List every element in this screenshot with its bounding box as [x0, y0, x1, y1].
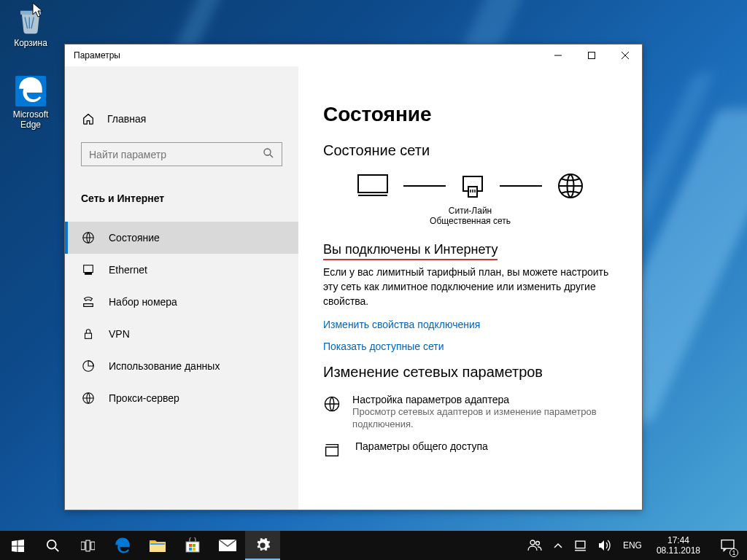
sidebar-item-label: Прокси-сервер	[109, 392, 179, 404]
network-diagram	[323, 172, 617, 200]
taskbar-app-settings[interactable]	[245, 531, 280, 560]
link-change-connection-properties[interactable]: Изменить свойства подключения	[323, 319, 617, 330]
notification-badge: 1	[729, 548, 738, 557]
link-show-available-networks[interactable]: Показать доступные сети	[323, 341, 617, 352]
task-view-button[interactable]	[70, 531, 105, 560]
tray-people[interactable]	[525, 531, 545, 560]
sidebar-item-label: Использование данных	[109, 360, 220, 372]
language-label: ENG	[623, 540, 642, 551]
svg-rect-27	[721, 540, 734, 549]
tray-volume[interactable]	[595, 531, 614, 560]
system-tray: ENG 17:44 08.11.2018 1	[525, 531, 747, 560]
close-button[interactable]	[608, 44, 642, 66]
sidebar-item-proxy[interactable]: Прокси-сервер	[65, 382, 298, 414]
taskbar: ENG 17:44 08.11.2018 1	[0, 531, 747, 560]
network-icon	[574, 540, 587, 552]
search-button[interactable]	[35, 531, 70, 560]
connected-heading: Вы подключены к Интернету	[323, 242, 498, 260]
taskbar-app-explorer[interactable]	[140, 531, 175, 560]
minimize-button[interactable]	[541, 44, 575, 66]
home-nav[interactable]: Главная	[65, 103, 298, 135]
desktop-icon-label: Корзина	[3, 38, 58, 48]
windows-icon	[12, 540, 24, 552]
search-icon	[263, 147, 274, 161]
ethernet-icon	[81, 262, 96, 277]
desktop-icon-label: Microsoft Edge	[3, 109, 58, 130]
window-titlebar[interactable]: Параметры	[65, 44, 642, 66]
sidebar-item-label: Ethernet	[109, 264, 147, 276]
svg-rect-4	[85, 333, 92, 338]
main-content: Состояние Состояние сети Сити-Лайн Общес…	[298, 66, 642, 510]
home-label: Главная	[107, 113, 146, 125]
edge-icon	[114, 537, 131, 554]
search-icon	[46, 539, 60, 553]
mail-icon	[219, 539, 236, 552]
network-name: Сити-Лайн	[323, 206, 617, 216]
network-label: Сити-Лайн Общественная сеть	[323, 206, 617, 226]
svg-rect-7	[358, 175, 387, 192]
svg-point-24	[530, 540, 535, 545]
svg-rect-19	[189, 544, 192, 547]
tray-notifications[interactable]: 1	[712, 531, 743, 560]
svg-rect-12	[326, 447, 338, 456]
sidebar-item-ethernet[interactable]: Ethernet	[65, 254, 298, 286]
desktop-icon-recycle-bin[interactable]: Корзина	[3, 4, 58, 48]
search-input[interactable]	[81, 142, 282, 166]
sidebar-item-label: Набор номера	[109, 296, 177, 308]
vpn-icon	[81, 327, 96, 341]
sharing-icon	[323, 440, 344, 462]
desktop-icon-edge[interactable]: Microsoft Edge	[3, 76, 58, 130]
tray-chevron-up[interactable]	[551, 531, 565, 560]
option-body: Просмотр сетевых адаптеров и изменение п…	[352, 405, 617, 430]
people-icon	[527, 539, 542, 552]
tray-language[interactable]: ENG	[620, 531, 645, 560]
svg-rect-22	[193, 548, 196, 551]
svg-point-25	[535, 542, 539, 545]
recycle-bin-icon	[15, 4, 46, 35]
section-heading-network-status: Состояние сети	[323, 142, 617, 159]
date-label: 08.11.2018	[657, 545, 700, 556]
option-title: Параметры общего доступа	[355, 440, 488, 452]
sidebar-item-data-usage[interactable]: Использование данных	[65, 350, 298, 382]
svg-rect-0	[589, 52, 595, 59]
svg-rect-3	[84, 265, 93, 273]
taskbar-app-mail[interactable]	[210, 531, 245, 560]
router-icon	[460, 174, 485, 198]
search-field[interactable]	[89, 149, 263, 160]
settings-window: Параметры Главная Сеть и Интернет Состоя…	[64, 44, 643, 510]
tray-clock[interactable]: 17:44 08.11.2018	[651, 535, 706, 556]
sidebar-item-status[interactable]: Состояние	[65, 222, 298, 254]
start-button[interactable]	[0, 531, 35, 560]
sidebar: Главная Сеть и Интернет Состояние Ethern…	[65, 66, 298, 510]
connected-body: Если у вас лимитный тарифный план, вы мо…	[323, 265, 617, 308]
chevron-up-icon	[554, 542, 562, 548]
option-sharing-settings[interactable]: Параметры общего доступа	[323, 440, 617, 462]
proxy-icon	[81, 391, 96, 405]
sidebar-item-vpn[interactable]: VPN	[65, 318, 298, 350]
window-title: Параметры	[65, 50, 120, 61]
sidebar-item-dialup[interactable]: Набор номера	[65, 286, 298, 318]
option-title: Настройка параметров адаптера	[352, 394, 617, 405]
volume-icon	[598, 540, 611, 551]
edge-icon	[15, 76, 46, 106]
maximize-button[interactable]	[575, 44, 608, 66]
svg-point-1	[264, 149, 271, 155]
store-icon	[185, 537, 201, 553]
svg-rect-20	[193, 544, 196, 547]
folder-icon	[150, 538, 166, 553]
tray-network[interactable]	[571, 531, 589, 560]
taskbar-app-edge[interactable]	[105, 531, 140, 560]
svg-point-13	[47, 540, 55, 548]
svg-rect-26	[576, 541, 585, 548]
taskbar-app-store[interactable]	[175, 531, 210, 560]
svg-rect-16	[90, 542, 94, 550]
section-heading-change-network: Изменение сетевых параметров	[323, 364, 617, 381]
globe-icon	[81, 230, 96, 245]
task-view-icon	[81, 540, 95, 552]
time-label: 17:44	[657, 535, 700, 545]
network-type: Общественная сеть	[323, 216, 617, 226]
gear-icon	[255, 537, 271, 553]
data-usage-icon	[81, 359, 96, 373]
option-adapter-settings[interactable]: Настройка параметров адаптера Просмотр с…	[323, 394, 617, 430]
home-icon	[81, 112, 96, 126]
